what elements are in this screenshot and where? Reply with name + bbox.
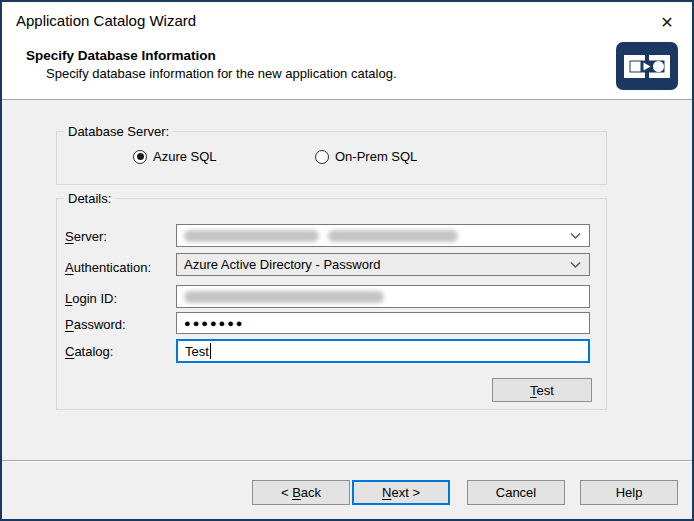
radio-azure-sql[interactable]: Azure SQL — [133, 149, 217, 164]
chevron-down-icon — [570, 261, 581, 268]
application-catalog-logo-icon — [615, 41, 679, 91]
close-icon: ✕ — [660, 13, 673, 32]
radio-azure-sql-label: Azure SQL — [153, 149, 217, 164]
test-button[interactable]: Test — [492, 378, 592, 402]
login-id-input[interactable] — [176, 285, 590, 308]
login-id-label: Login ID: — [65, 291, 117, 306]
back-button[interactable]: < Back — [252, 480, 350, 505]
server-redacted-value — [184, 230, 319, 242]
database-server-group-label: Database Server: — [64, 124, 173, 139]
text-caret — [210, 343, 211, 359]
catalog-value: Test — [185, 344, 209, 359]
chevron-down-icon — [570, 232, 581, 239]
next-button[interactable]: Next > — [352, 480, 450, 505]
radio-on-prem-sql[interactable]: On-Prem SQL — [315, 149, 417, 164]
close-button[interactable]: ✕ — [652, 8, 682, 36]
application-catalog-wizard-window: Application Catalog Wizard ✕ Specify Dat… — [0, 0, 694, 521]
page-title: Specify Database Information — [26, 48, 216, 63]
authentication-label: Authentication: — [65, 260, 151, 275]
cancel-button[interactable]: Cancel — [467, 480, 565, 505]
help-button[interactable]: Help — [580, 480, 678, 505]
password-label: Password: — [65, 317, 126, 332]
details-group-label: Details: — [64, 191, 115, 206]
catalog-label: Catalog: — [65, 344, 113, 359]
footer-divider-highlight — [2, 461, 692, 462]
window-title: Application Catalog Wizard — [16, 12, 196, 29]
header-area: Application Catalog Wizard ✕ Specify Dat… — [2, 2, 692, 100]
server-redacted-value — [328, 230, 458, 242]
server-label: Server: — [65, 229, 107, 244]
radio-selected-icon — [133, 150, 147, 164]
catalog-input[interactable]: Test — [176, 339, 590, 363]
authentication-dropdown[interactable]: Azure Active Directory - Password — [176, 253, 590, 276]
server-combobox[interactable] — [176, 224, 590, 247]
login-id-redacted-value — [184, 291, 384, 303]
authentication-selected-value: Azure Active Directory - Password — [184, 257, 381, 272]
password-masked-value: ●●●●●●● — [184, 317, 245, 329]
radio-unselected-icon — [315, 150, 329, 164]
radio-on-prem-sql-label: On-Prem SQL — [335, 149, 417, 164]
password-input[interactable]: ●●●●●●● — [176, 312, 590, 334]
page-subtitle: Specify database information for the new… — [46, 66, 397, 81]
